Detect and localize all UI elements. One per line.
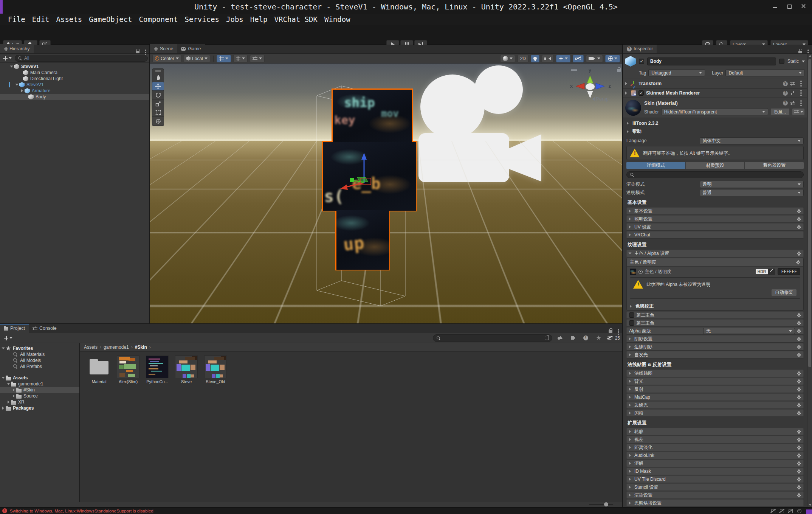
- help-icon[interactable]: [783, 81, 788, 86]
- fold-arrow-icon[interactable]: [629, 478, 631, 481]
- drag-handle[interactable]: [152, 70, 164, 72]
- fold-arrow-icon[interactable]: [629, 430, 631, 433]
- tab-inspector[interactable]: Inspector: [623, 45, 657, 53]
- section-foldout[interactable]: UV Tile Discard: [626, 475, 804, 483]
- section-foldout[interactable]: 边缘阴影: [626, 343, 804, 351]
- shader-dropdown[interactable]: Hidden/lilToonTransparent: [661, 108, 769, 115]
- auto-fix-button[interactable]: 自动修复: [771, 289, 797, 296]
- move-tool-button[interactable]: [152, 82, 164, 90]
- axis-y-cone[interactable]: [587, 76, 593, 83]
- component-menu-icon[interactable]: [800, 83, 802, 84]
- snap-settings-dropdown[interactable]: [233, 55, 248, 62]
- hierarchy-row[interactable]: Main Camera: [0, 70, 149, 76]
- hierarchy-row[interactable]: SteveV1: [0, 82, 149, 88]
- gear-icon[interactable]: [797, 252, 801, 256]
- project-tree-row[interactable]: Packages: [0, 405, 79, 411]
- gear-icon[interactable]: [797, 411, 801, 415]
- rect-tool-button[interactable]: [152, 108, 164, 116]
- scale-tool-button[interactable]: [152, 99, 164, 108]
- breadcrumb-item[interactable]: Assets: [84, 345, 103, 350]
- fold-arrow-icon[interactable]: [13, 388, 15, 391]
- section-foldout[interactable]: 光照烘培设置: [626, 499, 804, 507]
- tab-material-preset[interactable]: 材质预设: [686, 162, 745, 169]
- fold-arrow-icon[interactable]: [7, 383, 10, 385]
- menu-item[interactable]: Component: [136, 14, 181, 25]
- asset-item[interactable]: Material: [87, 356, 111, 384]
- lock-icon[interactable]: [798, 49, 802, 53]
- tab-game[interactable]: Game: [177, 44, 205, 53]
- transform-component[interactable]: Transform: [623, 79, 807, 89]
- close-button[interactable]: [801, 3, 807, 9]
- axis-z-cone[interactable]: [596, 83, 604, 89]
- gear-icon[interactable]: [797, 446, 801, 450]
- fold-arrow-icon[interactable]: [629, 454, 631, 457]
- hand-tool-button[interactable]: [152, 73, 164, 82]
- fold-arrow-icon[interactable]: [629, 446, 631, 449]
- section-foldout[interactable]: Stencil 设置: [626, 483, 804, 491]
- maximize-button[interactable]: [786, 3, 792, 9]
- fold-arrow-icon[interactable]: [625, 92, 627, 95]
- section-foldout[interactable]: 阴影设置: [626, 335, 804, 343]
- cache-server-disabled-icon[interactable]: [779, 509, 785, 513]
- fold-arrow-icon[interactable]: [2, 377, 5, 379]
- transform-tool-button[interactable]: [152, 116, 164, 125]
- gear-icon[interactable]: [797, 403, 801, 407]
- gear-icon[interactable]: [797, 379, 801, 384]
- menu-item[interactable]: Services: [181, 14, 223, 25]
- active-checkbox[interactable]: [639, 59, 644, 64]
- scrollbar-thumb[interactable]: [808, 59, 811, 367]
- fold-arrow-icon[interactable]: [625, 82, 627, 85]
- fold-arrow-icon[interactable]: [629, 253, 632, 255]
- fold-arrow-icon[interactable]: [629, 438, 631, 441]
- gear-icon[interactable]: [797, 387, 801, 391]
- steve-character-model[interactable]: ship key mov e_b s( up: [150, 64, 622, 324]
- section-foldout[interactable]: 第三主色: [626, 319, 804, 327]
- fold-arrow-icon[interactable]: [629, 412, 631, 415]
- gear-icon[interactable]: [797, 461, 801, 466]
- project-tree-row[interactable]: XR: [0, 399, 79, 405]
- scene-viewport[interactable]: ship key mov e_b s( up: [150, 64, 622, 324]
- section-foldout[interactable]: 基本设置: [626, 207, 804, 215]
- auto-refresh-disabled-icon[interactable]: [787, 509, 793, 513]
- gear-icon[interactable]: [797, 353, 801, 357]
- section-foldout[interactable]: 闪粉: [626, 409, 804, 417]
- fold-arrow-icon[interactable]: [2, 407, 4, 410]
- projection-label[interactable]: Persp: [592, 96, 609, 102]
- debugger-detached-icon[interactable]: [770, 509, 776, 513]
- fold-arrow-icon[interactable]: [629, 337, 631, 340]
- presets-icon[interactable]: [790, 101, 795, 105]
- section-foldout[interactable]: VRChat: [626, 231, 804, 239]
- component-menu-icon[interactable]: [800, 92, 802, 94]
- project-tree-row[interactable]: All Prefabs: [0, 363, 79, 370]
- panel-menu-icon[interactable]: [807, 52, 809, 53]
- language-dropdown[interactable]: 简体中文: [700, 137, 804, 144]
- project-tree-row[interactable]: Assets: [0, 375, 79, 381]
- project-tree-row[interactable]: Source: [0, 393, 79, 399]
- hidden-objects-toggle[interactable]: [573, 55, 584, 62]
- gear-icon[interactable]: [797, 329, 801, 333]
- section-foldout[interactable]: 背光: [626, 377, 804, 385]
- asset-item[interactable]: Steve: [174, 356, 198, 384]
- asset-item[interactable]: Alex(Slim): [116, 356, 140, 384]
- section-foldout[interactable]: 反射: [626, 385, 804, 393]
- project-tree-row[interactable]: #Skin: [0, 387, 79, 393]
- help-foldout[interactable]: 帮助: [623, 127, 807, 136]
- gear-icon[interactable]: [797, 477, 801, 481]
- static-dropdown-icon[interactable]: [802, 61, 805, 62]
- open-search-window-icon[interactable]: [545, 336, 549, 340]
- gear-icon[interactable]: [797, 395, 801, 399]
- material-menu-icon[interactable]: [800, 102, 802, 104]
- color-hex-field[interactable]: FFFFFF: [778, 268, 800, 275]
- gear-icon[interactable]: [797, 337, 801, 341]
- fold-arrow-icon[interactable]: [21, 89, 23, 92]
- search-by-label-button[interactable]: [568, 334, 578, 342]
- project-search-input[interactable]: [433, 334, 552, 342]
- gizmos-dropdown[interactable]: [605, 55, 620, 62]
- section-foldout[interactable]: 边缘光: [626, 401, 804, 409]
- gear-icon[interactable]: [797, 313, 801, 317]
- tab-detail-mode[interactable]: 详细模式: [626, 162, 685, 169]
- help-icon[interactable]: [783, 91, 788, 96]
- gear-icon[interactable]: [797, 493, 801, 497]
- tab-project[interactable]: Project: [0, 324, 29, 333]
- fold-arrow-icon[interactable]: [629, 380, 631, 383]
